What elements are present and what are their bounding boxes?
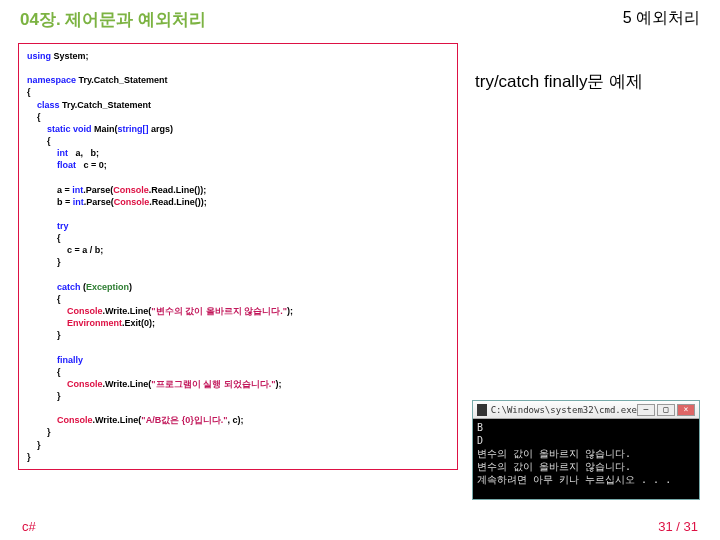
maximize-button[interactable]: □ [657,404,675,416]
close-button[interactable]: × [677,404,695,416]
example-label: try/catch finally문 예제 [475,70,643,93]
chapter-title: 04장. 제어문과 예외처리 [20,8,206,31]
footer-language: c# [22,519,36,534]
console-output: B D 변수의 값이 올바르지 않습니다. 변수의 값이 올바르지 않습니다. … [473,419,699,499]
minimize-button[interactable]: ‒ [637,404,655,416]
section-title: 5 예외처리 [623,8,700,31]
page-number: 31 / 31 [658,519,698,534]
titlebar: C:\Windows\system32\cmd.exe ‒ □ × [473,401,699,419]
cmd-icon [477,404,487,416]
window-title: C:\Windows\system32\cmd.exe [491,405,637,415]
console-window: C:\Windows\system32\cmd.exe ‒ □ × B D 변수… [472,400,700,500]
code-block: using System; namespace Try.Catch_Statem… [18,43,458,470]
